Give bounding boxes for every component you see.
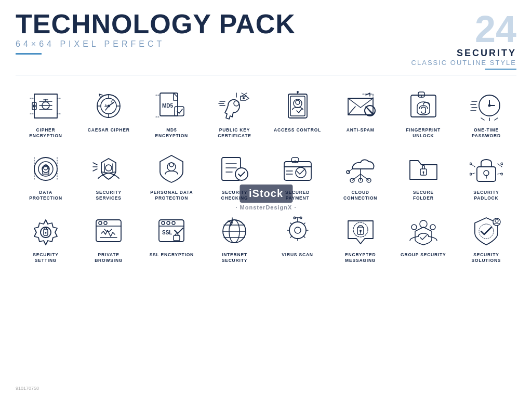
security-solutions-label: SECURITYSOLUTIONS: [472, 252, 501, 264]
fingerprint-unlock-icon: [403, 88, 444, 124]
svg-line-52: [93, 169, 97, 171]
security-padlock-icon: [466, 150, 507, 187]
svg-line-70: [361, 174, 369, 180]
cloud-connection-icon: [340, 150, 381, 187]
header-left: TECHNOLOGY PACK 64×64 PIXEL PERFECT: [16, 10, 296, 55]
page-title: TECHNOLOGY PACK: [16, 10, 296, 37]
security-setting-icon: [25, 213, 66, 249]
svg-point-128: [420, 220, 427, 228]
secured-payment-label: SECUREDPAYMENT: [285, 190, 310, 201]
icon-data-protection: DATAPROTECTION: [16, 147, 76, 204]
svg-text:Z: Z: [111, 99, 113, 103]
svg-point-92: [45, 232, 47, 234]
svg-point-21: [243, 97, 245, 99]
icon-public-key-certificate: PUBLIC KEYCERTIFICATE: [204, 85, 264, 142]
svg-point-17: [234, 101, 239, 106]
fingerprint-unlock-label: FINGERPRINTUNLOCK: [406, 127, 441, 139]
icon-security-solutions: SECURITYSOLUTIONS: [456, 209, 516, 267]
svg-rect-79: [477, 167, 496, 181]
svg-point-96: [104, 221, 107, 225]
virus-scan-icon: [277, 213, 318, 249]
encrypted-messaging-icon: [340, 213, 381, 249]
icon-group-security: GROUP SECURITY: [393, 209, 454, 267]
icon-personal-data-protection: PERSONAL DATAPROTECTION: [141, 147, 202, 204]
virus-scan-label: VIRUS SCAN: [282, 252, 313, 258]
svg-line-118: [290, 236, 292, 238]
svg-point-59: [235, 168, 248, 180]
header-right-title: SECURITY: [411, 48, 516, 59]
icon-fingerprint-unlock: FINGERPRINTUNLOCK: [393, 85, 454, 142]
secure-folder-label: SECUREFOLDER: [413, 190, 434, 201]
secure-folder-icon: [403, 150, 444, 187]
photo-id: 910170758: [16, 386, 39, 391]
md5-encryption-icon: MD5: [151, 88, 192, 124]
icon-security-padlock: SECURITYPADLOCK: [456, 147, 516, 204]
svg-rect-93: [96, 220, 121, 242]
page-subtitle: 64×64 PIXEL PERFECT: [16, 40, 296, 49]
group-security-label: GROUP SECURITY: [401, 252, 446, 258]
pack-number: 24: [411, 10, 516, 48]
svg-rect-16: [175, 107, 184, 116]
icon-anti-spam: ANTI-SPAM: [330, 85, 391, 142]
header-right-divider: [485, 69, 516, 70]
header-right: 24 SECURITY CLASSIC OUTLINE STYLE: [411, 10, 516, 70]
data-protection-label: DATAPROTECTION: [29, 190, 62, 201]
one-time-password-label: ONE-TIMEPASSWORD: [472, 127, 501, 139]
group-security-icon: [403, 213, 444, 249]
security-checking-label: SECURITYCHECKING: [221, 190, 248, 201]
svg-point-49: [105, 165, 112, 171]
svg-text:MD5: MD5: [162, 103, 174, 109]
svg-rect-23: [288, 94, 307, 118]
icon-security-services: SECURITYSERVICES: [78, 147, 139, 204]
public-key-certificate-icon: [214, 88, 255, 124]
security-checking-icon: [214, 150, 255, 187]
svg-point-99: [162, 221, 165, 225]
svg-text:A: A: [104, 104, 107, 108]
icon-caesar-cipher: A Z CAESAR CIPHER: [78, 85, 139, 142]
ssl-encryption-icon: SSL: [151, 213, 192, 249]
svg-point-88: [501, 163, 503, 165]
icon-secure-folder: SECUREFOLDER: [393, 147, 454, 204]
header-right-sub: CLASSIC OUTLINE STYLE: [411, 59, 516, 67]
personal-data-protection-icon: [151, 150, 192, 187]
icon-encrypted-messaging: ENCRYPTEDMESSAGING: [330, 209, 391, 267]
header: TECHNOLOGY PACK 64×64 PIXEL PERFECT 24 S…: [16, 10, 516, 70]
secured-payment-icon: [277, 150, 318, 187]
svg-line-116: [290, 223, 292, 225]
icon-private-browsing: PRIVATEBROWSING: [78, 209, 139, 267]
personal-data-protection-label: PERSONAL DATAPROTECTION: [150, 190, 193, 201]
cloud-connection-label: CLOUDCONNECTION: [343, 190, 377, 201]
svg-point-45: [34, 157, 57, 180]
security-services-label: SECURITYSERVICES: [96, 190, 121, 201]
public-key-certificate-label: PUBLIC KEYCERTIFICATE: [218, 127, 251, 139]
svg-line-68: [352, 174, 361, 180]
icon-md5-encryption: MD5 MD5ENCRYPTION: [141, 85, 202, 142]
icon-internet-security: INTERNETSECURITY: [204, 209, 264, 267]
one-time-password-icon: [466, 88, 507, 124]
anti-spam-label: ANTI-SPAM: [347, 127, 375, 133]
private-browsing-label: PRIVATEBROWSING: [95, 252, 123, 264]
svg-point-11: [108, 105, 110, 108]
svg-point-95: [99, 221, 102, 225]
cipher-encryption-icon: [25, 88, 66, 124]
ssl-encryption-label: SSL ENCRYPTION: [150, 252, 194, 258]
icon-ssl-encryption: SSL SSL ENCRYPTION: [141, 209, 202, 267]
security-services-icon: [88, 150, 129, 187]
icon-one-time-password: ONE-TIMEPASSWORD: [456, 85, 516, 142]
svg-point-26: [296, 100, 300, 104]
access-control-icon: [277, 88, 318, 124]
internet-security-icon: [214, 213, 255, 249]
icon-security-setting: SECURITYSETTING: [16, 209, 76, 267]
header-divider: [16, 53, 42, 55]
svg-line-30: [367, 108, 373, 114]
svg-point-100: [167, 221, 170, 225]
page: TECHNOLOGY PACK 64×64 PIXEL PERFECT 24 S…: [0, 0, 532, 395]
svg-point-129: [411, 225, 417, 230]
svg-point-28: [297, 91, 299, 93]
icon-cloud-connection: CLOUDCONNECTION: [330, 147, 391, 204]
svg-line-117: [303, 223, 305, 225]
security-solutions-icon: [466, 213, 507, 249]
svg-point-37: [488, 104, 490, 107]
svg-line-42: [481, 118, 484, 120]
svg-line-119: [303, 236, 305, 238]
